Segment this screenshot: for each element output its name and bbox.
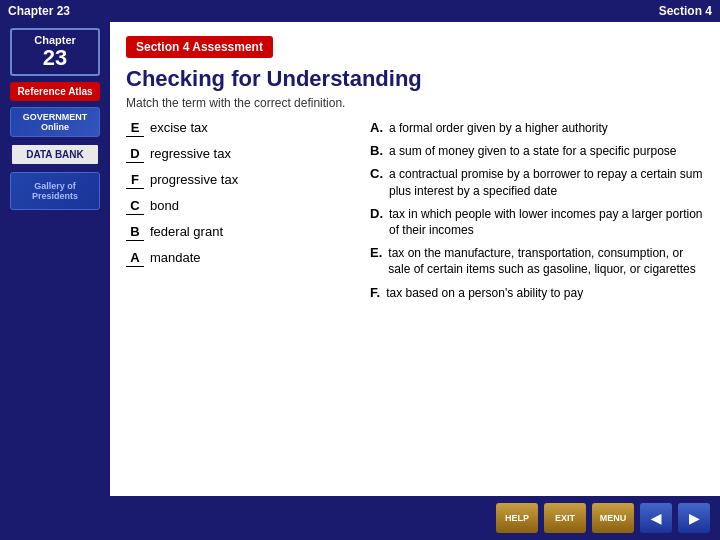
sidebar-item-data-bank[interactable]: DATA BANK: [10, 143, 100, 166]
main-content: Section 4 Assessment Checking for Unders…: [110, 22, 720, 496]
header-bar: Chapter 23 Section 4: [0, 0, 720, 22]
def-letter: B.: [370, 143, 383, 159]
def-letter: E.: [370, 245, 382, 277]
match-letter: C: [126, 198, 144, 215]
def-text: a sum of money given to a state for a sp…: [389, 143, 676, 159]
definition-item: F. tax based on a person's ability to pa…: [370, 285, 704, 301]
section-badge: Section 4 Assessment: [126, 36, 273, 58]
chapter-badge: Chapter 23: [10, 28, 100, 76]
match-term: excise tax: [150, 120, 208, 137]
match-list: E excise tax D regressive tax F progress…: [126, 120, 356, 308]
def-text: a contractual promise by a borrower to r…: [389, 166, 704, 198]
back-button[interactable]: ◀: [640, 503, 672, 533]
menu-button[interactable]: MENU: [592, 503, 634, 533]
bottom-toolbar: HELP EXIT MENU ◀ ▶: [0, 496, 720, 540]
match-letter: E: [126, 120, 144, 137]
match-item: F progressive tax: [126, 172, 356, 189]
def-letter: A.: [370, 120, 383, 136]
header-section: Section 4: [659, 4, 712, 18]
page-title: Checking for Understanding: [126, 66, 704, 92]
match-term: progressive tax: [150, 172, 238, 189]
definition-item: C. a contractual promise by a borrower t…: [370, 166, 704, 198]
match-term: federal grant: [150, 224, 223, 241]
match-term: mandate: [150, 250, 201, 267]
def-letter: D.: [370, 206, 383, 238]
def-text: tax in which people with lower incomes p…: [389, 206, 704, 238]
match-letter: A: [126, 250, 144, 267]
definition-item: A. a formal order given by a higher auth…: [370, 120, 704, 136]
definition-item: B. a sum of money given to a state for a…: [370, 143, 704, 159]
definitions-list: A. a formal order given by a higher auth…: [370, 120, 704, 308]
sidebar-item-government-online[interactable]: GOVERNMENT Online: [10, 107, 100, 137]
match-letter: D: [126, 146, 144, 163]
match-letter: F: [126, 172, 144, 189]
match-item: B federal grant: [126, 224, 356, 241]
def-text: a formal order given by a higher authori…: [389, 120, 608, 136]
match-item: E excise tax: [126, 120, 356, 137]
forward-button[interactable]: ▶: [678, 503, 710, 533]
definition-item: D. tax in which people with lower income…: [370, 206, 704, 238]
header-chapter: Chapter 23: [8, 4, 70, 18]
sidebar: Chapter 23 Reference Atlas GOVERNMENT On…: [0, 22, 110, 496]
sidebar-item-gallery[interactable]: Gallery of Presidents: [10, 172, 100, 210]
def-text: tax based on a person's ability to pay: [386, 285, 583, 301]
match-term: regressive tax: [150, 146, 231, 163]
def-letter: F.: [370, 285, 380, 301]
subtitle: Match the term with the correct definiti…: [126, 96, 704, 110]
def-letter: C.: [370, 166, 383, 198]
def-text: tax on the manufacture, transportation, …: [388, 245, 704, 277]
sidebar-item-reference-atlas[interactable]: Reference Atlas: [10, 82, 100, 101]
match-term: bond: [150, 198, 179, 215]
match-item: A mandate: [126, 250, 356, 267]
help-button[interactable]: HELP: [496, 503, 538, 533]
chapter-number: 23: [20, 46, 90, 70]
definition-item: E. tax on the manufacture, transportatio…: [370, 245, 704, 277]
content-columns: E excise tax D regressive tax F progress…: [126, 120, 704, 308]
match-item: C bond: [126, 198, 356, 215]
match-letter: B: [126, 224, 144, 241]
match-item: D regressive tax: [126, 146, 356, 163]
exit-button[interactable]: EXIT: [544, 503, 586, 533]
